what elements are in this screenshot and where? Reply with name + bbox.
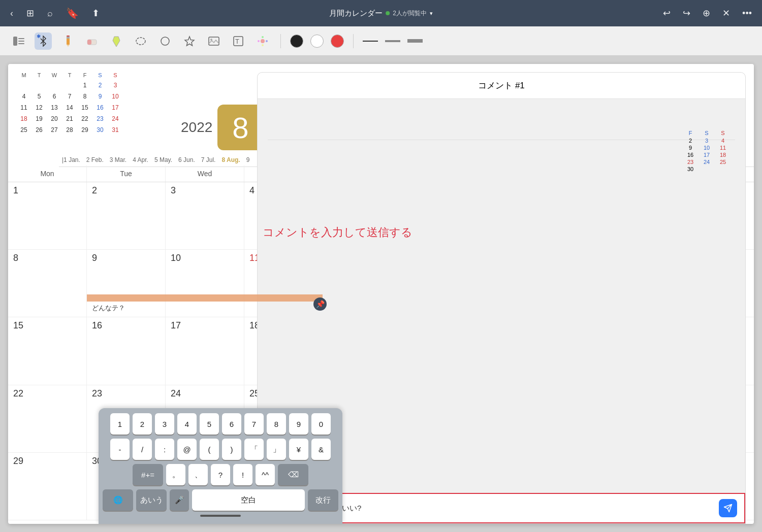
cell-3-mon[interactable]: 15 — [8, 317, 87, 384]
key-hash[interactable]: #+= — [133, 464, 163, 485]
sidebar-toggle[interactable] — [10, 32, 27, 50]
kb-row-bottom: 🌐 あいう 🎤 空白 改行 — [103, 489, 338, 511]
key-mic[interactable]: 🎤 — [170, 489, 189, 511]
line-thick[interactable] — [407, 39, 423, 43]
cell-5-mon[interactable]: 29 — [8, 453, 87, 520]
mc-t: T — [34, 72, 45, 78]
key-exclaim[interactable]: ! — [233, 464, 252, 485]
add-page-button[interactable]: ⊕ — [701, 6, 712, 21]
redo-button[interactable]: ↪ — [681, 6, 692, 21]
key-3[interactable]: 3 — [155, 413, 174, 435]
grid-button[interactable]: ⊞ — [24, 6, 36, 21]
right-mini-cal-row-1: 2 3 4 — [685, 138, 746, 144]
event-text: どんなテ？ — [92, 304, 125, 313]
eraser-tool[interactable] — [83, 32, 101, 50]
cell-3-tue[interactable]: 16 — [87, 317, 166, 384]
key-caret[interactable]: ^^ — [256, 464, 275, 485]
color-red[interactable] — [331, 35, 344, 48]
cell-1-tue[interactable]: 2 — [87, 182, 166, 249]
instruction-text: コメントを入力して送信する — [263, 225, 412, 240]
top-bar-right: ↩ ↪ ⊕ ✕ ••• — [661, 6, 754, 21]
highlighter-tool[interactable] — [108, 32, 125, 50]
bookmark-button[interactable]: 🔖 — [64, 5, 81, 21]
cell-2-wed[interactable]: 10 — [166, 250, 244, 317]
key-question[interactable]: ? — [211, 464, 230, 485]
toolbar: ✱ — [0, 26, 762, 56]
mini-cal-header: M T W T F S S — [18, 72, 121, 78]
key-lparen[interactable]: ( — [200, 439, 219, 460]
separator-2 — [353, 34, 354, 48]
cell-2-tue[interactable]: 9 どんなテ？ 📌 — [87, 250, 166, 317]
key-kana[interactable]: あいう — [136, 489, 167, 511]
effects-tool[interactable] — [254, 32, 271, 50]
svg-text:T: T — [235, 38, 239, 45]
key-yen[interactable]: ¥ — [289, 439, 308, 460]
cell-3-wed[interactable]: 17 — [166, 317, 244, 384]
svg-rect-14 — [209, 37, 219, 45]
key-return[interactable]: 改行 — [308, 489, 338, 511]
search-button[interactable]: ⌕ — [45, 6, 55, 21]
key-amp[interactable]: & — [311, 439, 331, 460]
shapes-tool[interactable] — [156, 32, 174, 50]
svg-marker-13 — [185, 37, 194, 46]
mc-w: W — [49, 72, 60, 78]
key-6[interactable]: 6 — [222, 413, 241, 435]
key-8[interactable]: 8 — [267, 413, 286, 435]
key-9[interactable]: 9 — [289, 413, 308, 435]
cell-1-mon[interactable]: 1 — [8, 182, 87, 249]
pencil-tool[interactable] — [59, 32, 76, 50]
cell-2-mon[interactable]: 8 — [8, 250, 87, 317]
svg-point-11 — [136, 38, 145, 45]
key-colon[interactable]: : — [155, 439, 174, 460]
svg-rect-1 — [18, 38, 24, 39]
key-space[interactable]: 空白 — [192, 489, 305, 511]
right-mini-cal-row-3: 16 17 18 — [685, 152, 746, 158]
key-backspace[interactable]: ⌫ — [278, 464, 308, 485]
back-button[interactable]: ‹ — [8, 6, 15, 21]
key-minus[interactable]: - — [110, 439, 130, 460]
close-button[interactable]: ✕ — [720, 6, 732, 21]
color-black[interactable] — [290, 35, 303, 48]
title-text: 月間カレンダー — [329, 9, 383, 18]
line-thin[interactable] — [363, 41, 378, 42]
key-4[interactable]: 4 — [177, 413, 197, 435]
svg-rect-2 — [18, 41, 24, 42]
undo-button[interactable]: ↩ — [661, 6, 673, 21]
lasso-tool[interactable] — [132, 32, 149, 50]
top-bar-title: 月間カレンダー 2人が閲覧中 ▾ — [329, 9, 433, 18]
instruction-label: コメントを入力して送信する — [263, 226, 412, 239]
keyboard[interactable]: 1 2 3 4 5 6 7 8 9 0 - / : @ ( ) 「 」 — [99, 408, 342, 524]
mc-s2: S — [110, 72, 121, 78]
key-rparen[interactable]: ) — [222, 439, 241, 460]
line-medium[interactable] — [385, 40, 400, 42]
cell-1-wed[interactable]: 3 — [166, 182, 244, 249]
key-at[interactable]: @ — [177, 439, 197, 460]
image-tool[interactable] — [205, 32, 223, 50]
cell-4-mon[interactable]: 22 — [8, 385, 87, 452]
send-button[interactable] — [719, 499, 737, 517]
key-0[interactable]: 0 — [311, 413, 331, 435]
event-bar — [87, 294, 323, 302]
key-5[interactable]: 5 — [200, 413, 219, 435]
star-tool[interactable] — [181, 32, 198, 50]
svg-point-12 — [161, 37, 169, 45]
bluetooth-pen-tool[interactable]: ✱ — [35, 32, 52, 50]
day-header-mon: Mon — [8, 165, 87, 182]
kb-row-symbols: - / : @ ( ) 「 」 ¥ & — [103, 439, 338, 460]
key-7[interactable]: 7 — [244, 413, 264, 435]
more-button[interactable]: ••• — [740, 6, 754, 21]
text-tool[interactable]: T — [230, 32, 247, 50]
key-globe[interactable]: 🌐 — [103, 489, 133, 511]
color-white[interactable] — [310, 35, 324, 48]
share-button[interactable]: ⬆ — [90, 6, 102, 21]
key-comma[interactable]: 、 — [188, 464, 208, 485]
key-lbracket[interactable]: 「 — [244, 439, 264, 460]
key-1[interactable]: 1 — [110, 413, 130, 435]
key-period[interactable]: 。 — [166, 464, 185, 485]
mc-s1: S — [94, 72, 106, 78]
top-bar-left: ‹ ⊞ ⌕ 🔖 ⬆ — [8, 5, 102, 21]
key-slash[interactable]: / — [133, 439, 152, 460]
key-rbracket[interactable]: 」 — [267, 439, 286, 460]
key-2[interactable]: 2 — [133, 413, 152, 435]
kb-row-more: #+= 。 、 ? ! ^^ ⌫ — [103, 464, 338, 485]
